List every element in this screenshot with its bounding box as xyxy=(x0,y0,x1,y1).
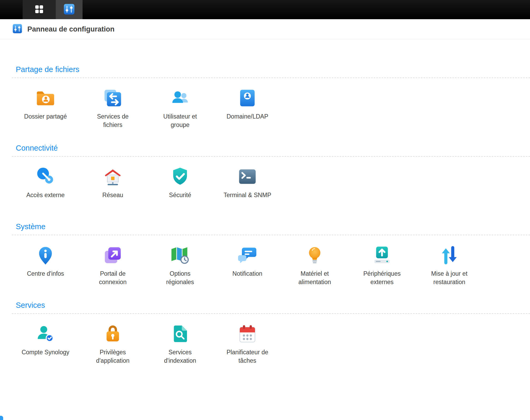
item-privileges-application[interactable]: Privilèges d'application xyxy=(79,323,146,365)
section-divider xyxy=(12,156,530,157)
item-label: Matériel et alimentation xyxy=(290,269,339,286)
item-mise-a-jour-restauration[interactable]: Mise à jour et restauration xyxy=(416,244,483,286)
item-label: Mise à jour et restauration xyxy=(425,269,474,286)
section-divider xyxy=(12,78,530,78)
file-services-icon xyxy=(102,87,124,109)
item-materiel-alimentation[interactable]: Matériel et alimentation xyxy=(281,244,348,286)
item-dossier-partage[interactable]: Dossier partagé xyxy=(12,87,79,121)
control-panel-icon xyxy=(12,23,23,35)
page-title: Panneau de configuration xyxy=(27,25,115,33)
item-options-regionales[interactable]: Options régionales xyxy=(146,244,214,286)
padlock-icon xyxy=(102,323,124,345)
window-header: Panneau de configuration xyxy=(0,19,530,39)
calendar-icon xyxy=(236,323,258,345)
item-label: Accès externe xyxy=(26,191,65,199)
section-divider xyxy=(12,313,530,314)
item-label: Services d'indexation xyxy=(156,348,205,365)
item-label: Portail de connexion xyxy=(88,269,137,286)
section-divider xyxy=(12,235,530,235)
item-reseau[interactable]: Réseau xyxy=(79,166,146,199)
control-panel-content: Partage de fichiers Dossier p xyxy=(0,65,530,385)
item-services-indexation[interactable]: Services d'indexation xyxy=(146,323,214,365)
regional-map-clock-icon xyxy=(169,244,191,266)
item-label: Planificateur de tâches xyxy=(223,348,272,365)
control-panel-tab[interactable] xyxy=(56,0,83,19)
item-label: Utilisateur et groupe xyxy=(156,112,205,129)
section-title: Partage de fichiers xyxy=(16,65,530,74)
item-compte-synology[interactable]: Compte Synology xyxy=(12,323,79,356)
notification-bubbles-icon xyxy=(236,244,258,266)
document-search-icon xyxy=(169,323,191,345)
item-label: Terminal & SNMP xyxy=(223,191,271,199)
section-title: Services xyxy=(16,301,530,310)
item-acces-externe[interactable]: Accès externe xyxy=(12,166,79,199)
item-terminal-snmp[interactable]: Terminal & SNMP xyxy=(214,166,281,199)
item-securite[interactable]: Sécurité xyxy=(146,166,214,199)
item-portail-connexion[interactable]: Portail de connexion xyxy=(79,244,146,286)
desktop-fragment xyxy=(0,416,3,420)
item-notification[interactable]: Notification xyxy=(214,244,281,278)
security-shield-icon xyxy=(169,166,191,188)
item-label: Options régionales xyxy=(156,269,205,286)
domain-ldap-icon xyxy=(236,87,258,109)
section-partage-fichiers: Partage de fichiers Dossier p xyxy=(0,65,530,139)
item-label: Notification xyxy=(232,269,262,278)
item-label: Sécurité xyxy=(169,191,191,199)
external-device-icon xyxy=(371,244,393,266)
section-title: Connectivité xyxy=(16,144,530,152)
item-label: Services de fichiers xyxy=(88,112,137,129)
item-peripheriques-externes[interactable]: Périphériques externes xyxy=(348,244,416,286)
update-arrows-icon xyxy=(438,244,460,266)
item-label: Centre d'infos xyxy=(27,269,64,278)
item-planificateur-taches[interactable]: Planificateur de tâches xyxy=(214,323,281,365)
item-centre-infos[interactable]: Centre d'infos xyxy=(12,244,79,278)
item-label: Domaine/LDAP xyxy=(227,112,268,121)
external-access-icon xyxy=(34,166,57,188)
taskbar xyxy=(0,0,530,19)
section-title: Système xyxy=(16,222,530,231)
item-domaine-ldap[interactable]: Domaine/LDAP xyxy=(214,87,281,121)
section-services: Services Compte Synology xyxy=(0,301,530,374)
user-group-icon xyxy=(169,87,191,109)
control-panel-icon xyxy=(63,3,75,16)
lightbulb-icon xyxy=(304,244,326,266)
account-check-icon xyxy=(34,323,57,345)
item-label: Compte Synology xyxy=(22,348,69,356)
section-systeme: Système Centre d'infos xyxy=(0,222,530,296)
terminal-icon xyxy=(236,166,258,188)
item-label: Dossier partagé xyxy=(24,112,67,121)
main-menu-tab[interactable] xyxy=(23,0,56,19)
network-icon xyxy=(102,166,124,188)
item-label: Réseau xyxy=(102,191,123,199)
apps-grid-icon xyxy=(34,4,45,16)
info-pin-icon xyxy=(34,244,57,266)
section-connectivite: Connectivité Accès externe xyxy=(0,144,530,217)
item-services-fichiers[interactable]: Services de fichiers xyxy=(79,87,146,129)
item-label: Périphériques externes xyxy=(358,269,406,286)
shared-folder-icon xyxy=(34,87,57,109)
login-portal-icon xyxy=(102,244,124,266)
item-utilisateur-groupe[interactable]: Utilisateur et groupe xyxy=(146,87,214,129)
item-label: Privilèges d'application xyxy=(88,348,137,365)
